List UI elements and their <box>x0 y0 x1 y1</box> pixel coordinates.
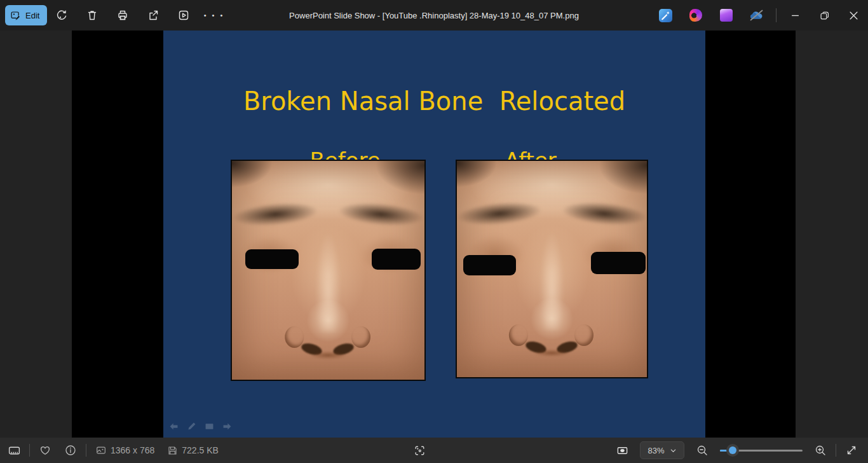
zoom-in-icon <box>814 444 827 457</box>
face-image <box>457 161 647 377</box>
pen-icon <box>186 421 197 432</box>
right-eye-privacy-bar <box>372 249 421 270</box>
slideshow-play-icon <box>177 9 190 22</box>
zoom-level-value: 83% <box>648 446 664 455</box>
file-size-group: 722.5 KB <box>167 445 219 456</box>
pen-tool-button[interactable] <box>186 421 197 432</box>
zoom-slider-thumb[interactable] <box>726 444 739 457</box>
viewed-image[interactable]: Broken Nasal Bone Relocated Before After <box>72 31 796 438</box>
zoom-in-button[interactable] <box>808 438 833 463</box>
slide-content: Broken Nasal Bone Relocated Before After <box>163 31 705 438</box>
nose-highlight <box>315 226 341 331</box>
image-dimensions-group: 1366 x 768 <box>95 445 154 456</box>
printer-icon <box>116 9 129 22</box>
share-button[interactable] <box>138 0 168 31</box>
share-icon <box>147 9 159 22</box>
nose-highlight <box>539 226 566 329</box>
rotate-button[interactable] <box>46 0 77 31</box>
designer-icon <box>689 9 702 22</box>
before-photo <box>231 160 426 381</box>
onedrive-status-button[interactable] <box>742 0 772 31</box>
file-size: 722.5 KB <box>182 445 219 455</box>
visual-search-icon <box>413 444 426 457</box>
slides-icon <box>204 421 215 432</box>
statusbar-divider <box>86 444 86 457</box>
close-icon <box>850 11 858 20</box>
edit-image-icon <box>10 10 21 21</box>
slideshow-button[interactable] <box>168 0 199 31</box>
left-nostril-wing <box>285 326 304 348</box>
slide-title: Broken Nasal Bone Relocated <box>163 86 705 116</box>
edit-button-label: Edit <box>25 11 39 20</box>
window-title: PowerPoint Slide Show - [YouTube .Rhinop… <box>254 0 614 31</box>
ai-enhance-button[interactable] <box>650 0 681 31</box>
zoom-out-icon <box>696 444 709 457</box>
heart-icon <box>39 444 51 457</box>
statusbar-center-group <box>407 438 432 463</box>
arrow-right-icon <box>222 421 233 432</box>
onedrive-unsynced-icon <box>749 9 765 22</box>
left-eyebrow <box>457 200 542 228</box>
trash-icon <box>86 9 98 22</box>
after-photo <box>456 160 648 378</box>
visual-search-button[interactable] <box>407 438 432 463</box>
statusbar-divider <box>836 444 836 457</box>
print-button[interactable] <box>107 0 138 31</box>
left-eye-privacy-bar <box>463 255 515 275</box>
designer-button[interactable] <box>681 0 711 31</box>
filmstrip-toggle-button[interactable] <box>1 438 27 463</box>
more-icon: • • • <box>204 0 225 31</box>
zoom-slider[interactable] <box>720 438 803 463</box>
close-button[interactable] <box>839 0 868 31</box>
fullscreen-icon <box>845 444 858 457</box>
arrow-left-icon <box>168 421 179 432</box>
right-eye-privacy-bar <box>591 252 646 275</box>
statusbar-left-group: 1366 x 768 722.5 KB <box>1 438 225 463</box>
file-info-button[interactable] <box>58 438 83 463</box>
right-nostril-wing <box>574 324 593 346</box>
image-dimensions: 1366 x 768 <box>111 445 154 455</box>
info-icon <box>64 444 77 457</box>
right-nostril-wing <box>351 326 370 348</box>
face-image <box>232 161 424 380</box>
favorite-button[interactable] <box>32 438 58 463</box>
right-eyebrow <box>562 200 647 228</box>
filmstrip-icon <box>8 444 21 457</box>
viewer-canvas: Broken Nasal Bone Relocated Before After <box>0 31 868 438</box>
image-size-icon <box>95 445 107 456</box>
chevron-down-icon <box>670 447 677 454</box>
nose-base-shadow <box>309 351 348 359</box>
minimize-icon <box>791 11 799 20</box>
next-slide-button[interactable] <box>222 421 233 432</box>
rotate-icon <box>55 9 68 22</box>
clipchamp-button[interactable] <box>711 0 742 31</box>
restore-button[interactable] <box>810 0 839 31</box>
more-button[interactable]: • • • <box>199 0 229 31</box>
left-nostril-wing <box>509 324 528 346</box>
nose-base-shadow <box>533 349 571 357</box>
delete-button[interactable] <box>77 0 107 31</box>
slide-menu-button[interactable] <box>204 421 215 432</box>
ai-enhance-icon <box>659 9 672 22</box>
edit-button[interactable]: Edit <box>5 5 47 25</box>
right-eyebrow <box>338 200 424 229</box>
statusbar-right-group: 83% <box>609 438 864 463</box>
fullscreen-button[interactable] <box>839 438 864 463</box>
clipchamp-icon <box>720 9 733 22</box>
statusbar: 1366 x 768 722.5 KB <box>0 438 868 463</box>
titlebar: Edit <box>0 0 868 31</box>
titlebar-divider <box>776 8 776 22</box>
minimize-button[interactable] <box>780 0 810 31</box>
left-eyebrow <box>232 200 318 229</box>
zoom-level-dropdown[interactable]: 83% <box>640 441 684 459</box>
toolbar-icon-group: • • • <box>46 0 229 31</box>
zoom-out-button[interactable] <box>689 438 715 463</box>
previous-slide-button[interactable] <box>168 421 179 432</box>
photos-app-window: Edit <box>0 0 868 463</box>
statusbar-divider <box>29 444 30 457</box>
slideshow-controls <box>168 421 233 432</box>
save-icon <box>167 445 178 456</box>
left-eye-privacy-bar <box>245 249 298 269</box>
fit-to-window-button[interactable] <box>609 438 635 463</box>
fit-to-window-icon <box>616 445 628 457</box>
